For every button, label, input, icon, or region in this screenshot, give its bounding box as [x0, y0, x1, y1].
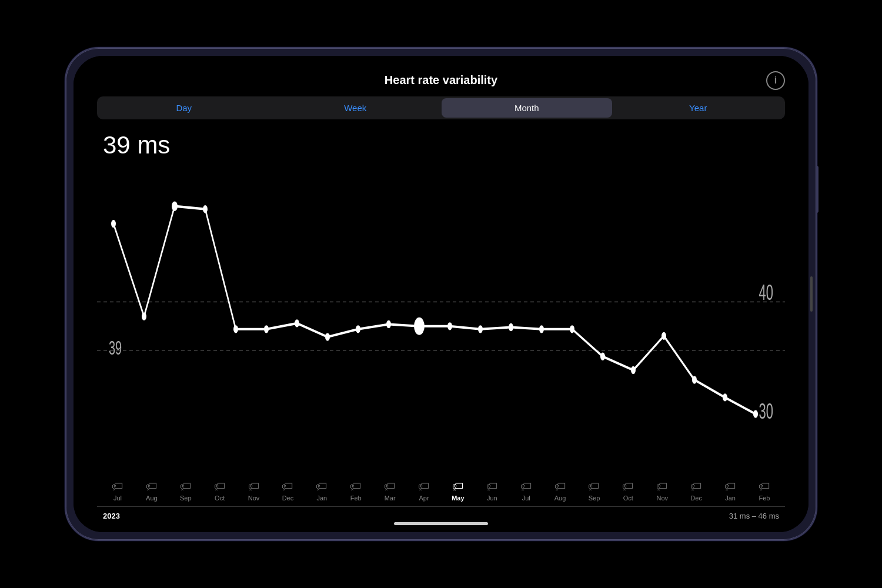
footer-year: 2023: [103, 512, 120, 520]
tag-icon: 🏷: [690, 480, 702, 493]
chart-footer: 2023 31 ms – 46 ms: [97, 506, 785, 520]
tab-month[interactable]: Month: [442, 98, 612, 118]
tag-icon: 🏷: [350, 480, 362, 493]
tag-icon: 🏷: [214, 480, 226, 493]
svg-point-15: [414, 318, 425, 335]
tag-icon: 🏷: [588, 480, 600, 493]
tag-icon: 🏷: [554, 480, 566, 493]
svg-point-5: [111, 220, 116, 228]
tag-icon: 🏷: [316, 480, 328, 493]
footer-range: 31 ms – 46 ms: [729, 512, 779, 520]
x-label-apr: 🏷 Apr: [409, 480, 439, 502]
svg-text:39: 39: [109, 337, 122, 359]
x-label-text: Feb: [350, 495, 362, 502]
svg-point-22: [631, 366, 636, 374]
tag-icon: 🏷: [418, 480, 430, 493]
tag-icon: 🏷: [656, 480, 668, 493]
x-label-jan-1: 🏷 Jan: [307, 480, 336, 502]
info-button[interactable]: i: [766, 71, 785, 90]
svg-point-13: [356, 325, 360, 333]
x-label-aug-1: 🏷 Aug: [137, 480, 166, 502]
x-label-text-active: May: [452, 495, 464, 502]
svg-point-26: [753, 410, 758, 418]
svg-point-14: [386, 320, 391, 328]
x-label-text: Mar: [385, 495, 396, 502]
x-label-text: Jan: [725, 495, 736, 502]
x-label-mar: 🏷 Mar: [375, 480, 405, 502]
svg-point-12: [325, 333, 330, 340]
tag-icon: 🏷: [112, 480, 123, 493]
x-label-aug-2: 🏷 Aug: [546, 480, 575, 502]
tag-icon: 🏷: [486, 480, 498, 493]
chart-svg: 40 30 39: [97, 165, 785, 477]
x-label-text: Jun: [487, 495, 497, 502]
x-label-may: 🏷 May: [443, 480, 473, 502]
x-label-jul-2: 🏷 Jul: [512, 480, 541, 502]
x-label-feb-1: 🏷 Feb: [341, 480, 370, 502]
x-label-text: Dec: [282, 495, 294, 502]
scroll-indicator: [810, 276, 813, 312]
x-label-oct-1: 🏷 Oct: [205, 480, 235, 502]
hrv-value: 39 ms: [103, 131, 785, 159]
x-label-dec-2: 🏷 Dec: [681, 480, 711, 502]
x-label-text: Dec: [690, 495, 702, 502]
tag-icon: 🏷: [248, 480, 260, 493]
tab-day[interactable]: Day: [99, 98, 269, 118]
svg-point-9: [233, 325, 238, 333]
x-label-oct-2: 🏷 Oct: [613, 480, 643, 502]
x-label-dec-1: 🏷 Dec: [273, 480, 302, 502]
tag-icon: 🏷: [759, 480, 770, 493]
x-label-text: Aug: [146, 495, 158, 502]
x-label-nov-2: 🏷 Nov: [647, 480, 677, 502]
svg-point-7: [172, 201, 178, 211]
x-label-jun: 🏷 Jun: [477, 480, 507, 502]
tag-icon: 🏷: [282, 480, 293, 493]
svg-point-20: [570, 325, 574, 333]
home-indicator: [394, 522, 488, 525]
x-label-feb-2: 🏷 Feb: [750, 480, 779, 502]
x-label-text: Jan: [316, 495, 327, 502]
svg-point-16: [447, 322, 452, 330]
x-label-text: Sep: [589, 495, 600, 502]
svg-point-18: [509, 323, 513, 331]
x-label-sep-2: 🏷 Sep: [579, 480, 609, 502]
phone-frame: Heart rate variability i Day Week Month …: [65, 47, 817, 541]
page-title: Heart rate variability: [385, 74, 497, 87]
tag-icon: 🏷: [146, 480, 158, 493]
svg-point-24: [692, 376, 697, 383]
svg-point-23: [662, 332, 666, 340]
x-label-text: Oct: [215, 495, 225, 502]
svg-point-8: [203, 205, 208, 213]
svg-point-10: [264, 325, 269, 333]
tag-icon: 🏷: [384, 480, 396, 493]
svg-point-25: [723, 393, 727, 401]
tag-icon-active: 🏷: [452, 480, 464, 493]
tag-icon: 🏷: [622, 480, 634, 493]
header: Heart rate variability i: [97, 74, 785, 87]
svg-point-11: [295, 319, 299, 327]
x-label-text: Feb: [759, 495, 770, 502]
tag-icon: 🏷: [724, 480, 736, 493]
x-label-nov-1: 🏷 Nov: [239, 480, 269, 502]
x-label-text: Apr: [419, 495, 429, 502]
phone-screen: Heart rate variability i Day Week Month …: [74, 56, 808, 532]
svg-text:30: 30: [759, 400, 773, 423]
svg-point-17: [478, 325, 483, 333]
tag-icon: 🏷: [180, 480, 192, 493]
x-label-jan-2: 🏷 Jan: [716, 480, 745, 502]
svg-point-21: [600, 353, 605, 360]
tab-year[interactable]: Year: [613, 98, 784, 118]
app-screen: Heart rate variability i Day Week Month …: [74, 56, 808, 532]
x-label-text: Jul: [113, 495, 122, 502]
x-label-jul-1: 🏷 Jul: [103, 480, 132, 502]
chart-area: 40 30 39: [97, 165, 785, 477]
tab-week[interactable]: Week: [270, 98, 441, 118]
x-label-text: Nov: [656, 495, 668, 502]
x-label-text: Nov: [248, 495, 260, 502]
x-label-text: Oct: [623, 495, 633, 502]
x-label-text: Sep: [180, 495, 192, 502]
x-label-text: Aug: [554, 495, 566, 502]
svg-point-6: [142, 313, 146, 320]
x-label-sep-1: 🏷 Sep: [171, 480, 201, 502]
svg-point-19: [539, 325, 544, 333]
